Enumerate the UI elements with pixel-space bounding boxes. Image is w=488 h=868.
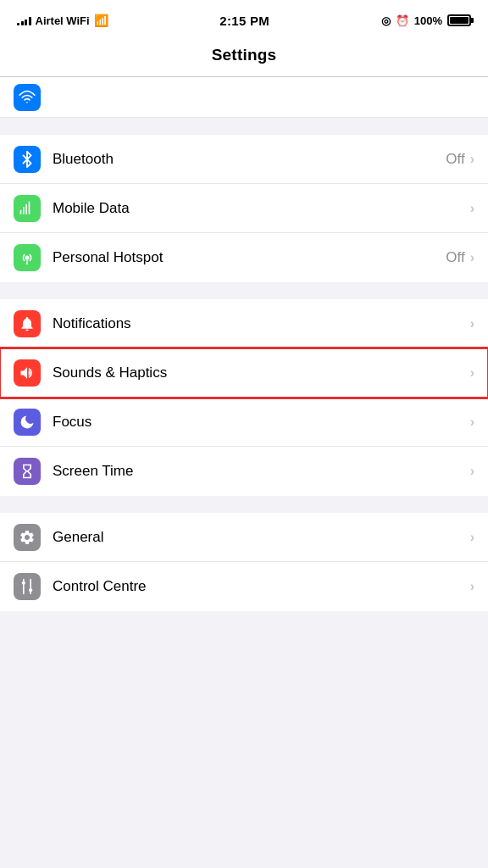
control-centre-icon-bg xyxy=(14,573,41,600)
status-right: ◎ ⏰ 100% xyxy=(381,14,471,27)
group-separator-1 xyxy=(0,282,488,299)
bluetooth-row[interactable]: Bluetooth Off › xyxy=(0,135,488,184)
signal-icon xyxy=(19,200,36,217)
moon-icon xyxy=(19,414,36,431)
partial-group xyxy=(0,77,488,118)
focus-icon-bg xyxy=(14,409,41,436)
general-chevron: › xyxy=(470,530,474,545)
signal-bar-1 xyxy=(17,23,19,25)
screen-record-icon: ◎ xyxy=(381,14,391,27)
hourglass-icon xyxy=(19,463,36,480)
signal-bar-4 xyxy=(29,17,31,25)
screen-time-label: Screen Time xyxy=(53,463,470,480)
connectivity-group: Bluetooth Off › Mobile Data › Personal H… xyxy=(0,135,488,282)
mobile-data-chevron: › xyxy=(470,201,474,216)
personal-hotspot-row[interactable]: Personal Hotspot Off › xyxy=(0,233,488,282)
general-label: General xyxy=(53,529,470,546)
alarm-icon: ⏰ xyxy=(396,14,409,27)
carrier-label: Airtel WiFi xyxy=(36,14,90,27)
bluetooth-icon-bg xyxy=(14,146,41,173)
page-title: Settings xyxy=(212,46,277,64)
status-bar: Airtel WiFi 📶 2:15 PM ◎ ⏰ 100% xyxy=(0,0,488,37)
gear-icon xyxy=(19,529,36,546)
notifications-row[interactable]: Notifications › xyxy=(0,299,488,348)
signal-bar-3 xyxy=(25,19,27,25)
bluetooth-chevron: › xyxy=(470,152,474,167)
focus-label: Focus xyxy=(53,414,470,431)
focus-chevron: › xyxy=(470,415,474,430)
control-centre-label: Control Centre xyxy=(53,578,470,595)
notifications-chevron: › xyxy=(470,316,474,331)
screen-time-chevron: › xyxy=(470,464,474,479)
general-icon-bg xyxy=(14,524,41,551)
hotspot-icon-bg xyxy=(14,244,41,271)
sliders-icon xyxy=(19,578,36,595)
sounds-haptics-label: Sounds & Haptics xyxy=(53,364,470,381)
notifications-settings-group: Notifications › Sounds & Haptics › Focus… xyxy=(0,299,488,496)
notifications-label: Notifications xyxy=(53,315,470,332)
screen-time-row[interactable]: Screen Time › xyxy=(0,447,488,496)
sounds-icon-bg xyxy=(14,359,41,387)
battery-icon xyxy=(447,14,471,26)
battery-percent: 100% xyxy=(414,14,442,27)
control-centre-chevron: › xyxy=(470,579,474,594)
bluetooth-label: Bluetooth xyxy=(53,151,446,168)
mobile-data-row[interactable]: Mobile Data › xyxy=(0,184,488,233)
system-settings-group: General › Control Centre › xyxy=(0,513,488,611)
notifications-icon-bg xyxy=(14,310,41,337)
mobile-data-icon-bg xyxy=(14,195,41,222)
nav-bar: Settings xyxy=(0,37,488,77)
mobile-data-label: Mobile Data xyxy=(53,200,465,217)
general-row[interactable]: General › xyxy=(0,513,488,562)
svg-point-0 xyxy=(25,256,30,260)
screen-time-icon-bg xyxy=(14,458,41,485)
wifi-partial-row[interactable] xyxy=(0,77,488,118)
sounds-haptics-row[interactable]: Sounds & Haptics › xyxy=(0,348,488,398)
bluetooth-value: Off xyxy=(446,151,464,168)
wifi-icon-bg xyxy=(14,84,41,111)
signal-bars xyxy=(17,15,31,25)
personal-hotspot-label: Personal Hotspot xyxy=(53,249,446,266)
wifi-symbol-icon xyxy=(19,89,36,106)
hotspot-icon xyxy=(19,249,36,266)
speaker-icon xyxy=(19,364,36,381)
personal-hotspot-chevron: › xyxy=(470,250,474,265)
bluetooth-icon xyxy=(19,151,36,168)
control-centre-row[interactable]: Control Centre › xyxy=(0,562,488,611)
sounds-haptics-chevron: › xyxy=(470,365,474,381)
bell-icon xyxy=(19,315,36,332)
personal-hotspot-value: Off xyxy=(446,249,464,266)
focus-row[interactable]: Focus › xyxy=(0,398,488,447)
status-left: Airtel WiFi 📶 xyxy=(17,14,108,27)
signal-bar-2 xyxy=(21,21,24,25)
wifi-icon: 📶 xyxy=(94,14,108,27)
group-separator-2 xyxy=(0,496,488,513)
status-time: 2:15 PM xyxy=(219,14,269,28)
